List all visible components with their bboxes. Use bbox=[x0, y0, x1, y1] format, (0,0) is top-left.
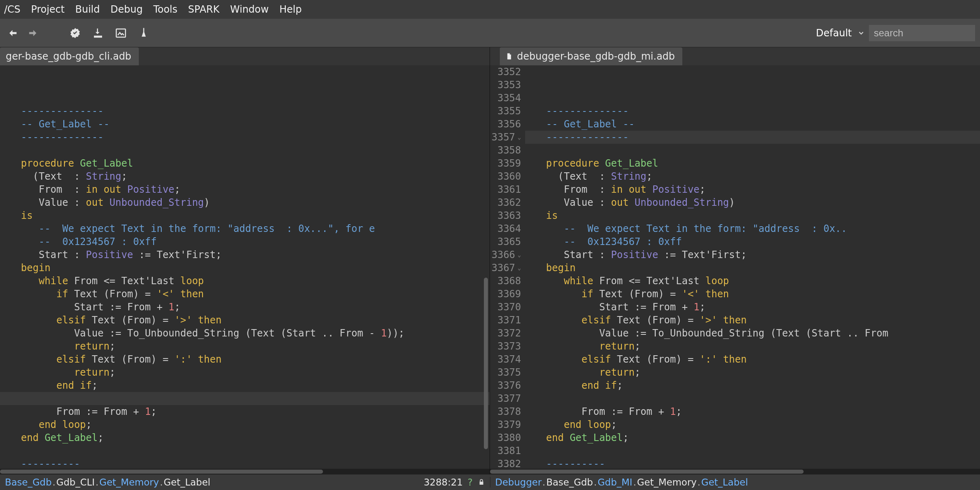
line-gutter: 335233533354335533563357⌄335833593360336… bbox=[490, 65, 525, 469]
dropdown-caret-icon[interactable] bbox=[858, 30, 864, 36]
menu-help[interactable]: Help bbox=[279, 4, 302, 15]
breadcrumb-seg[interactable]: Get_Label bbox=[164, 477, 211, 488]
brush-icon[interactable] bbox=[137, 27, 150, 40]
menu-tools[interactable]: Tools bbox=[153, 4, 177, 15]
workspace: ger-base_gdb-gdb_cli.adb -------------- … bbox=[0, 47, 980, 474]
editor-pane-right: debugger-base_gdb-gdb_mi.adb 33523353335… bbox=[490, 47, 980, 474]
breadcrumb-seg[interactable]: Base_Gdb bbox=[5, 477, 52, 488]
scenario-label: Default bbox=[816, 27, 852, 39]
scrollbar-horizontal-right[interactable] bbox=[490, 469, 980, 474]
menu-build[interactable]: Build bbox=[75, 4, 100, 15]
breadcrumb-seg[interactable]: Get_Memory bbox=[637, 477, 697, 488]
menu-debug[interactable]: Debug bbox=[110, 4, 143, 15]
breadcrumb-seg[interactable]: Debugger bbox=[495, 477, 542, 488]
tab-left-filename: ger-base_gdb-gdb_cli.adb bbox=[6, 51, 131, 62]
tab-right-file[interactable]: debugger-base_gdb-gdb_mi.adb bbox=[500, 47, 682, 65]
breadcrumb-seg[interactable]: Get_Memory bbox=[99, 477, 159, 488]
editor-pane-left: ger-base_gdb-gdb_cli.adb -------------- … bbox=[0, 47, 490, 474]
breadcrumb-seg[interactable]: Base_Gdb bbox=[546, 477, 593, 488]
status-left: Base_Gdb. Gdb_CLI. Get_Memory. Get_Label… bbox=[0, 477, 490, 488]
nav-forward-icon[interactable] bbox=[28, 27, 41, 40]
file-icon bbox=[506, 52, 513, 60]
cursor-position: 3288:21 bbox=[424, 477, 463, 488]
download-box-icon[interactable] bbox=[91, 27, 105, 40]
tab-right-filename: debugger-base_gdb-gdb_mi.adb bbox=[517, 51, 675, 62]
tab-left-file[interactable]: ger-base_gdb-gdb_cli.adb bbox=[0, 47, 139, 65]
breadcrumb-seg[interactable]: Get_Label bbox=[701, 477, 748, 488]
help-icon[interactable]: ? bbox=[468, 477, 472, 488]
code-editor-right[interactable]: 335233533354335533563357⌄335833593360336… bbox=[490, 65, 980, 469]
code-editor-left[interactable]: -------------- -- Get_Label -- ---------… bbox=[0, 65, 490, 469]
search-input[interactable] bbox=[869, 25, 975, 41]
tab-bar-left: ger-base_gdb-gdb_cli.adb bbox=[0, 47, 490, 65]
breadcrumb-seg[interactable]: Gdb_CLI bbox=[56, 477, 95, 488]
scrollbar-horizontal-left[interactable] bbox=[0, 469, 490, 474]
status-right: Debugger. Base_Gdb. Gdb_MI. Get_Memory. … bbox=[490, 477, 980, 488]
menu-project[interactable]: Project bbox=[31, 4, 65, 15]
breadcrumb-seg[interactable]: Gdb_MI bbox=[598, 477, 633, 488]
image-icon[interactable] bbox=[114, 27, 127, 40]
tab-bar-right: debugger-base_gdb-gdb_mi.adb bbox=[490, 47, 980, 65]
toolbar: Default bbox=[0, 19, 980, 47]
menu-vcs[interactable]: /CS bbox=[4, 4, 20, 15]
status-bar: Base_Gdb. Gdb_CLI. Get_Memory. Get_Label… bbox=[0, 474, 980, 490]
lock-icon bbox=[478, 478, 485, 486]
nav-back-icon[interactable] bbox=[5, 27, 18, 40]
menu-spark[interactable]: SPARK bbox=[188, 4, 220, 15]
menu-bar: /CS Project Build Debug Tools SPARK Wind… bbox=[0, 0, 980, 19]
check-badge-icon[interactable] bbox=[69, 27, 82, 40]
menu-window[interactable]: Window bbox=[230, 4, 269, 15]
